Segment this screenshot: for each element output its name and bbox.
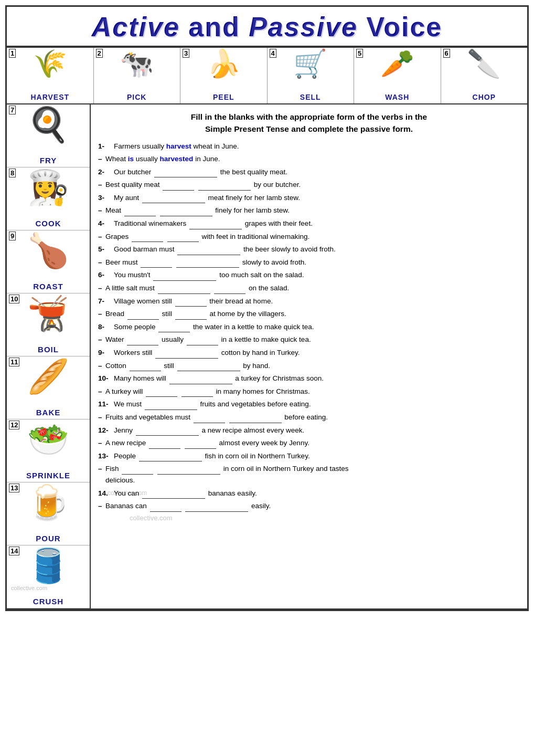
sentence-text: Traditional winemakers grapes with their… — [114, 218, 520, 229]
sentence-text: collective.com You can bananas easily. — [114, 488, 520, 499]
list-item: – Fish in corn oil in Northern Turkey an… — [98, 463, 520, 486]
sentence-text: People fish in corn oil in Northern Turk… — [114, 450, 520, 462]
sell-icon: 🛒 — [269, 50, 353, 92]
image-cell-1: 1 🌾 HARVEST — [7, 48, 94, 103]
list-item: – A turkey will in many homes for Christ… — [98, 386, 520, 397]
fry-label: FRY — [9, 156, 88, 165]
list-item: 14. collective.com You can bananas easil… — [98, 488, 520, 499]
peel-label: PEEL — [181, 93, 266, 101]
sidebar-number-13: 13 — [9, 484, 19, 492]
image-cell-3: 3 🍌 PEEL — [180, 48, 268, 103]
harvest-icon: 🌾 — [8, 50, 92, 92]
sidebar-number-9: 9 — [9, 232, 16, 240]
sentence-text: Fruits and vegetables must before eating… — [105, 412, 520, 423]
image-cell-2: 2 🐄 PICK — [94, 48, 181, 103]
blank — [127, 311, 159, 320]
list-item: – Wheat is usually harvested in June. — [98, 153, 520, 165]
blank — [187, 337, 218, 345]
instruction-line2: Simple Present Tense and complete the pa… — [205, 124, 413, 133]
blank — [154, 169, 217, 177]
cook-label: COOK — [9, 219, 88, 228]
blank — [194, 415, 225, 423]
blank — [139, 453, 202, 461]
passive-dash: – — [98, 308, 105, 320]
bake-label: BAKE — [9, 408, 88, 417]
image-cell-4: 4 🛒 SELL — [268, 48, 355, 103]
fry-icon: 🍳 — [9, 108, 88, 155]
blank — [189, 221, 242, 229]
sentence-text: Bread still at home by the villagers. — [105, 308, 520, 320]
passive-dash: – — [98, 334, 105, 345]
sentence-text: Many homes will a turkey for Christmas s… — [114, 373, 520, 384]
passive-dash: – — [98, 412, 105, 423]
list-item: 3- My aunt meat finely for her lamb stew… — [98, 192, 520, 204]
instruction-line1: Fill in the blanks with the appropriate … — [191, 112, 427, 121]
sentence-text: Village women still their bread at home. — [114, 296, 520, 307]
sentence-text: A little salt must on the salad. — [105, 282, 520, 294]
passive-dash: – — [98, 500, 105, 512]
sentence-text: Fish in corn oil in Northern Turkey and … — [105, 463, 520, 486]
roast-icon: 🍗 — [9, 234, 88, 281]
sidebar-cell-cook: 8 👩‍🍳 COOK — [7, 167, 90, 230]
chop-icon: 🔪 — [442, 50, 527, 92]
sidebar-number-10: 10 — [9, 295, 19, 303]
sentence-num: 12- — [98, 425, 114, 436]
sentence-text: Grapes with feet in traditional winemaki… — [105, 231, 520, 243]
bake-icon: 🥖 — [9, 360, 88, 407]
sentence-list: 1- Farmers usually harvest wheat in June… — [98, 141, 520, 512]
title-word-voice: Voice — [366, 12, 442, 42]
blank — [160, 208, 212, 216]
sentence-text: Best quality meat by our butcher. — [105, 179, 520, 191]
peel-icon: 🍌 — [181, 50, 266, 92]
blank — [155, 350, 218, 359]
cell-number-1: 1 — [9, 49, 16, 58]
list-item: 12- Jenny a new recipe almost every week… — [98, 425, 520, 436]
passive-dash: – — [98, 231, 105, 243]
sidebar-cell-pour: 13 🍺 POUR — [7, 482, 90, 545]
passive-dash: – — [98, 257, 105, 268]
cell-number-6: 6 — [443, 49, 450, 58]
highlight-harvested: harvested — [160, 155, 194, 163]
crush-label: CRUSH — [9, 597, 88, 606]
sidebar-number-14: 14 — [9, 547, 19, 555]
chop-label: CHOP — [442, 93, 527, 101]
passive-dash: – — [98, 360, 105, 372]
list-item: – Grapes with feet in traditional winema… — [98, 231, 520, 243]
cook-icon: 👩‍🍳 — [9, 171, 88, 218]
sentence-text: Beer must slowly to avoid froth. — [105, 257, 520, 268]
sentence-text: My aunt meat finely for her lamb stew. — [114, 192, 520, 204]
image-cell-5: 5 🥕 WASH — [354, 48, 441, 103]
list-item: 1- Farmers usually harvest wheat in June… — [98, 141, 520, 152]
list-item: 10- Many homes will a turkey for Christm… — [98, 373, 520, 384]
title-and: and — [188, 12, 249, 42]
list-item: 9- Workers still cotton by hand in Turke… — [98, 347, 520, 359]
cell-number-4: 4 — [270, 49, 276, 58]
blank — [153, 272, 216, 281]
sentence-num: 8- — [98, 321, 114, 333]
blank — [145, 402, 197, 410]
sentence-num: 4- — [98, 218, 114, 229]
list-item: – Bananas can easily. — [98, 500, 520, 512]
sentence-num: 6- — [98, 269, 114, 281]
blank — [136, 427, 199, 436]
main-area: 7 🍳 FRY 8 👩‍🍳 COOK 9 🍗 ROAST 10 🫕 BOIL 1… — [7, 104, 527, 610]
sprinkle-label: SPRINKLE — [9, 471, 88, 480]
list-item: – Fruits and vegetables must before eati… — [98, 412, 520, 423]
blank — [167, 234, 199, 242]
passive-dash: – — [98, 205, 105, 216]
list-item: – Water usually in a kettle to make quic… — [98, 334, 520, 345]
list-item: 6- You mustn't too much salt on the sala… — [98, 269, 520, 281]
blank — [198, 182, 251, 191]
blank — [157, 466, 220, 475]
blank — [142, 490, 205, 499]
pour-label: POUR — [9, 534, 88, 543]
cell-number-5: 5 — [356, 49, 363, 58]
page-title: Active and Passive Voice — [7, 11, 527, 43]
blank — [175, 311, 207, 320]
list-item: – Beer must slowly to avoid froth. — [98, 257, 520, 268]
sentence-text: Cotton still by hand. — [105, 360, 520, 372]
sentence-text: Our butcher the best quality meat. — [114, 166, 520, 178]
list-item: 13- People fish in corn oil in Northern … — [98, 450, 520, 462]
blank — [149, 440, 180, 449]
title-word-active: Active — [92, 12, 180, 42]
